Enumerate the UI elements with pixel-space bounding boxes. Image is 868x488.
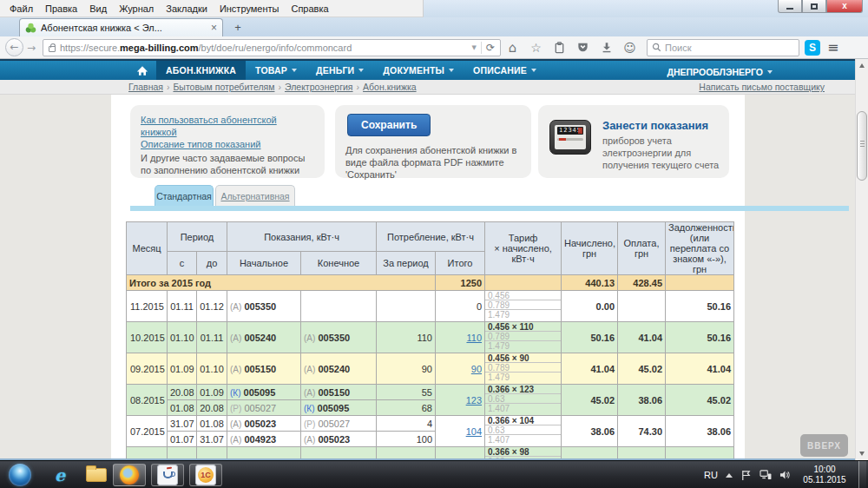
nav-item-dengi[interactable]: ДЕНЬГИ: [306, 61, 373, 80]
close-button[interactable]: x: [826, 0, 863, 13]
system-tray: RU 10:00 05.11.2015: [704, 461, 868, 488]
bookmark-star-icon[interactable]: ☆: [524, 41, 548, 55]
enter-readings-text: приборов учета электроэнергии для получе…: [602, 135, 722, 171]
menu-tools[interactable]: Инструменты: [214, 3, 286, 14]
url-dropdown-icon[interactable]: ▼: [472, 44, 477, 51]
col-period: Период: [168, 222, 227, 252]
taskbar-1c-icon[interactable]: 1С: [189, 464, 222, 486]
enter-readings-box[interactable]: 12345 Занести показания приборов учета э…: [538, 105, 729, 178]
col-debt: Задолженность (или переплата со знаком «…: [666, 222, 734, 275]
taskbar-java-icon[interactable]: [151, 464, 184, 486]
dropdown-arrow-icon: [358, 69, 364, 72]
menu-bookmarks[interactable]: Закладки: [160, 3, 214, 14]
breadcrumb-home[interactable]: Главная: [128, 82, 163, 92]
menu-help[interactable]: Справка: [285, 3, 334, 14]
chat-icon[interactable]: ☺: [618, 41, 641, 55]
dropdown-arrow-icon: [767, 70, 773, 74]
scrollbar-up-arrow[interactable]: [856, 59, 868, 72]
home-icon[interactable]: ⌂: [501, 41, 524, 55]
table-row: 09.2015 01.09 01.10 (A) 005150 (A) 00524…: [127, 353, 734, 385]
help-link-howto[interactable]: Как пользоваться абонентской книжкой: [141, 114, 314, 138]
pocket-icon[interactable]: [571, 41, 595, 54]
summary-total: 1250: [436, 275, 485, 291]
scrollbar-down-arrow[interactable]: [856, 447, 868, 460]
enter-readings-link[interactable]: Занести показания: [602, 119, 708, 132]
network-icon[interactable]: [760, 470, 772, 480]
reload-icon[interactable]: ⟳: [486, 42, 495, 54]
nav-item-abonbook[interactable]: АБОН.КНИЖКА: [156, 61, 246, 80]
menu-hamburger-icon[interactable]: ≡: [827, 39, 838, 56]
tab-close-icon[interactable]: ×: [211, 22, 217, 34]
forward-button[interactable]: →: [23, 42, 39, 54]
col-end: Конечное: [301, 252, 377, 275]
month-cell: 09.2015: [127, 353, 168, 385]
new-tab-button[interactable]: +: [227, 20, 248, 36]
total-link[interactable]: 110: [466, 333, 482, 343]
browser-tab[interactable]: Абонентская книжка < Эл... ×: [19, 18, 223, 36]
url-text: https://secure.mega-billing.com/byt/doe/…: [60, 43, 468, 53]
nav-item-documents[interactable]: ДОКУМЕНТЫ: [373, 61, 464, 80]
table-row: 06.2015 01.06 01.07 (A) 004825 (A) 00492…: [127, 447, 734, 461]
help-link-types[interactable]: Описание типов показаний: [141, 138, 314, 150]
scroll-to-top-button[interactable]: ВВЕРХ: [800, 434, 848, 457]
menu-edit[interactable]: Правка: [39, 3, 83, 14]
start-button[interactable]: [9, 464, 31, 486]
breadcrumb-abonbook[interactable]: Абон.книжка: [363, 82, 417, 92]
url-bar[interactable]: https://secure.mega-billing.com/byt/doe/…: [43, 39, 501, 56]
clock[interactable]: 10:00 05.11.2015: [799, 465, 851, 485]
col-to: до: [197, 252, 227, 275]
volume-icon[interactable]: [779, 470, 791, 480]
action-center-flag-icon[interactable]: [740, 470, 752, 481]
nav-provider-menu[interactable]: ДНЕПРООБЛЭНЕРГО: [667, 63, 773, 82]
tab-title: Абонентская книжка < Эл...: [41, 23, 207, 33]
maximize-button[interactable]: [802, 0, 826, 13]
menu-view[interactable]: Вид: [83, 3, 113, 14]
month-cell: 10.2015: [127, 322, 168, 353]
breadcrumb-consumers[interactable]: Бытовым потребителям: [173, 82, 274, 92]
skype-icon[interactable]: S: [805, 40, 820, 56]
hidden-icons-arrow[interactable]: [726, 473, 733, 478]
billing-table: Месяц Период Показания, кВт·ч Потреблени…: [126, 221, 734, 460]
help-box: Как пользоваться абонентской книжкой Опи…: [130, 105, 325, 178]
total-link[interactable]: 104: [466, 426, 482, 437]
show-desktop-button[interactable]: [858, 461, 866, 488]
menu-file[interactable]: Файл: [3, 3, 39, 14]
search-input[interactable]: [665, 43, 778, 53]
back-button[interactable]: ←: [5, 38, 23, 56]
taskbar-firefox-icon[interactable]: [113, 464, 146, 486]
table-row: 08.2015 20.08 01.09 (К) 005095 (A) 00515…: [127, 385, 734, 400]
search-box: [647, 39, 799, 56]
download-icon[interactable]: [595, 41, 618, 54]
search-icon: [652, 43, 661, 52]
summary-paid: 428.45: [618, 275, 666, 291]
total-link[interactable]: 90: [471, 364, 482, 374]
nav-item-description[interactable]: ОПИСАНИЕ: [464, 61, 546, 80]
taskbar-ie-icon[interactable]: e: [43, 464, 76, 486]
save-button[interactable]: Сохранить: [347, 114, 431, 136]
write-letter-link[interactable]: Написать письмо поставщику: [699, 82, 825, 92]
month-cell: 11.2015: [127, 291, 168, 322]
divider: [481, 42, 482, 54]
breadcrumb-separator: ›: [357, 82, 360, 92]
maximize-icon: [811, 3, 818, 10]
nav-home-button[interactable]: [128, 61, 156, 80]
total-link[interactable]: 123: [466, 395, 482, 406]
language-indicator[interactable]: RU: [704, 470, 718, 480]
tab-alternative[interactable]: Альтернативная: [215, 185, 295, 206]
breadcrumb-separator: ›: [278, 82, 281, 92]
col-per-period: За период: [377, 252, 436, 275]
scrollbar[interactable]: [855, 59, 868, 460]
taskbar-explorer-icon[interactable]: [80, 464, 113, 486]
summary-label: Итого за 2015 год: [127, 275, 436, 291]
menu-history[interactable]: Журнал: [113, 3, 160, 14]
clipboard-icon[interactable]: [548, 41, 571, 55]
tab-standard[interactable]: Стандартная: [155, 185, 214, 206]
col-readings: Показания, кВт·ч: [227, 222, 377, 252]
col-paid: Оплата, грн: [618, 222, 666, 275]
taskbar: e 1С RU 10:00 05.11.2015: [0, 460, 868, 488]
tab-bar: Абонентская книжка < Эл... × +: [0, 17, 868, 36]
nav-item-tovar[interactable]: ТОВАР: [246, 61, 306, 80]
scrollbar-thumb[interactable]: [857, 111, 867, 181]
minimize-button[interactable]: [778, 0, 802, 13]
breadcrumb-electricity[interactable]: Электроэнергия: [285, 82, 353, 92]
